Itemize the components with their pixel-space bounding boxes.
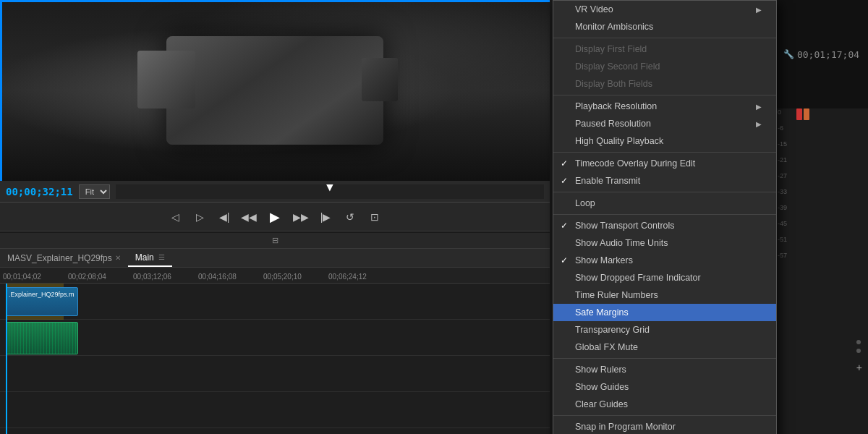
menu-item-playback-resolution[interactable]: Playback Resolution▶	[553, 98, 776, 115]
mark-in-button[interactable]: ◁	[165, 208, 185, 226]
time-label-6: 00;06;24;12	[326, 273, 391, 283]
timeline-ruler: 00;01;04;02 00;02;08;04 00;03;12;06 00;0…	[0, 268, 550, 284]
tab-main[interactable]: Main ☰	[128, 250, 172, 267]
menu-label-show-dropped-frame: Show Dropped Frame Indicator	[575, 273, 762, 283]
menu-item-display-both-fields: Display Both Fields	[553, 75, 776, 93]
time-label-3: 00;03;12;06	[130, 273, 195, 283]
menu-separator-sep5	[553, 214, 776, 215]
border-left	[0, 0, 2, 181]
menu-item-enable-transmit[interactable]: ✓Enable Transmit	[553, 172, 776, 190]
menu-item-clear-guides[interactable]: Clear Guides	[553, 396, 776, 413]
ruler-0: 0	[778, 109, 787, 124]
menu-label-paused-resolution: Paused Resolution	[575, 119, 749, 129]
time-label-5: 00;05;20;10	[260, 273, 326, 283]
ruler-numbers: 0 -6 -15 -21 -27 -33 -39 -45 -51 -57	[778, 109, 787, 268]
ruler-45: -45	[778, 220, 787, 236]
fit-select[interactable]: Fit	[79, 184, 110, 199]
time-label-2: 00;02;08;04	[65, 273, 130, 283]
menu-label-playback-resolution: Playback Resolution	[575, 101, 749, 111]
menu-item-snap-program-monitor[interactable]: Snap in Program Monitor	[553, 418, 776, 434]
menu-item-monitor-ambisonics[interactable]: Monitor Ambisonics	[553, 18, 776, 35]
menu-item-show-markers[interactable]: ✓Show Markers	[553, 252, 776, 269]
audio-clip[interactable]	[6, 322, 78, 354]
audio-waveform	[7, 323, 77, 354]
ruler-15: -15	[778, 140, 787, 156]
tabs-area: MASV_Explainer_HQ29fps ✕ Main ☰	[0, 249, 550, 268]
icons-bar: ⊟	[0, 233, 550, 249]
menu-item-paused-resolution[interactable]: Paused Resolution▶	[553, 115, 776, 132]
play-button[interactable]: ▶	[263, 207, 286, 227]
menu-label-high-quality-playback: High Quality Playback	[575, 136, 762, 146]
menu-item-show-rulers[interactable]: Show Rulers	[553, 361, 776, 378]
tab-explainer[interactable]: MASV_Explainer_HQ29fps ✕	[0, 250, 128, 266]
time-label-1: 00;01;04;02	[0, 273, 65, 283]
playhead-line	[6, 284, 7, 434]
menu-label-clear-guides: Clear Guides	[575, 399, 762, 409]
menu-item-show-transport[interactable]: ✓Show Transport Controls	[553, 217, 776, 234]
tab-menu-icon[interactable]: ☰	[158, 253, 165, 261]
menu-item-global-fx-mute[interactable]: Global FX Mute	[553, 339, 776, 356]
scroll-controls[interactable]	[856, 340, 861, 353]
timeline-area[interactable]: .Explainer_HQ29fps.m	[0, 284, 550, 434]
clip-label: .Explainer_HQ29fps.m	[7, 289, 77, 299]
menu-item-show-guides[interactable]: Show Guides	[553, 378, 776, 396]
menu-item-high-quality-playback[interactable]: High Quality Playback	[553, 132, 776, 150]
menu-label-loop: Loop	[575, 198, 762, 208]
menu-item-safe-margins[interactable]: Safe Margins	[553, 304, 776, 321]
menu-label-vr-video: VR Video	[575, 4, 749, 14]
menu-item-vr-video[interactable]: VR Video▶	[553, 1, 776, 18]
menu-label-display-second-field: Display Second Field	[575, 61, 762, 72]
menu-item-display-first-field: Display First Field	[553, 41, 776, 58]
timecode-ruler[interactable]	[116, 184, 544, 199]
menu-label-show-guides: Show Guides	[575, 382, 762, 392]
timecode-bar: 00;00;32;11 Fit	[0, 181, 550, 203]
audio-track-row	[0, 320, 550, 356]
ruler-21: -21	[778, 156, 787, 172]
goto-out-button[interactable]: |▶	[315, 208, 336, 226]
right-panel: 🔧 00;01;17;04 0 -6 -15 -21 -27 -33 -39 -…	[774, 0, 868, 434]
menu-check-timecode-overlay: ✓	[561, 158, 568, 169]
menu-item-loop[interactable]: Loop	[553, 195, 776, 212]
empty-track-row	[0, 356, 550, 392]
mark-out-button[interactable]: ▷	[190, 208, 210, 226]
right-panel-top: 🔧 00;01;17;04	[775, 0, 868, 109]
wrench-icon: 🔧	[783, 49, 794, 59]
menu-label-show-transport: Show Transport Controls	[575, 221, 762, 231]
ruler-57: -57	[778, 252, 787, 268]
right-timecode: 00;01;17;04	[797, 49, 859, 60]
level-red-1	[796, 109, 802, 120]
menu-label-monitor-ambisonics: Monitor Ambisonics	[575, 22, 762, 32]
menu-check-show-transport: ✓	[561, 221, 568, 231]
context-menu: VR Video▶Monitor AmbisonicsDisplay First…	[553, 0, 777, 434]
empty-track-row-2	[0, 392, 550, 428]
camera-button[interactable]: ⊡	[365, 208, 385, 226]
goto-in-button[interactable]: ◀|	[214, 208, 234, 226]
video-track-row: .Explainer_HQ29fps.m	[0, 284, 550, 320]
menu-label-snap-program-monitor: Snap in Program Monitor	[575, 422, 762, 432]
ruler-27: -27	[778, 172, 787, 188]
video-preview	[0, 0, 550, 181]
menu-separator-sep6	[553, 358, 776, 359]
loop-button[interactable]: ↺	[340, 208, 360, 226]
video-clip[interactable]: .Explainer_HQ29fps.m	[6, 287, 78, 316]
time-label-4: 00;04;16;08	[195, 273, 260, 283]
menu-item-show-audio-time[interactable]: Show Audio Time Units	[553, 234, 776, 252]
menu-separator-sep7	[553, 415, 776, 416]
menu-label-show-rulers: Show Rulers	[575, 365, 762, 375]
right-ruler-area: 0 -6 -15 -21 -27 -33 -39 -45 -51 -57 +	[775, 109, 868, 434]
scroll-dot-up[interactable]	[856, 340, 861, 344]
step-back-button[interactable]: ◀◀	[239, 208, 259, 226]
settings-icon: ⊟	[269, 236, 281, 245]
menu-label-display-both-fields: Display Both Fields	[575, 79, 762, 89]
menu-item-time-ruler-numbers[interactable]: Time Ruler Numbers	[553, 286, 776, 304]
menu-item-transparency-grid[interactable]: Transparency Grid	[553, 321, 776, 339]
menu-label-show-markers: Show Markers	[575, 255, 762, 265]
menu-item-show-dropped-frame[interactable]: Show Dropped Frame Indicator	[553, 269, 776, 286]
menu-item-timecode-overlay[interactable]: ✓Timecode Overlay During Edit	[553, 155, 776, 172]
step-forward-button[interactable]: ▶▶	[291, 208, 311, 226]
scroll-dot-down[interactable]	[856, 349, 861, 353]
menu-label-display-first-field: Display First Field	[575, 44, 762, 54]
tab-close-icon[interactable]: ✕	[115, 254, 121, 262]
menu-label-show-audio-time: Show Audio Time Units	[575, 238, 762, 248]
add-track-button[interactable]: +	[856, 362, 862, 373]
